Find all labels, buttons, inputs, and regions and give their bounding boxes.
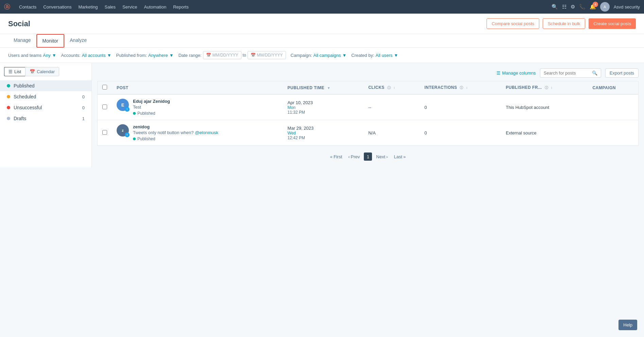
sidebar: ☰ List 📅 Calendar Published Scheduled 0 bbox=[0, 63, 92, 167]
nav-marketing[interactable]: Marketing bbox=[75, 0, 101, 14]
tab-manage[interactable]: Manage bbox=[8, 34, 36, 47]
published-from-label: PUBLISHED FR... bbox=[506, 85, 542, 90]
row1-status: Published bbox=[133, 111, 278, 116]
created-by-chevron[interactable]: ▼ bbox=[394, 53, 398, 58]
nav-reports[interactable]: Reports bbox=[170, 0, 192, 14]
unsuccessful-label: Unsuccessful bbox=[14, 105, 42, 110]
info-icon-clicks: ⓘ bbox=[387, 86, 391, 90]
last-page-button[interactable]: Last » bbox=[392, 153, 408, 161]
calendar-view-label: Calendar bbox=[37, 69, 55, 74]
phone-icon[interactable]: 📞 bbox=[579, 4, 586, 10]
campaign-header: CAMPAIGN bbox=[588, 81, 638, 95]
settings-icon[interactable]: ⚙ bbox=[571, 4, 575, 10]
row1-checkbox[interactable] bbox=[102, 105, 107, 109]
row1-platform-badge: T bbox=[125, 107, 130, 112]
row1-author[interactable]: Eduj ajar Zenidog bbox=[133, 99, 278, 104]
sidebar-item-scheduled[interactable]: Scheduled 0 bbox=[0, 91, 91, 102]
row1-text: Test bbox=[133, 105, 278, 110]
row2-interactions-cell: 0 bbox=[420, 120, 501, 146]
columns-icon: ☰ bbox=[496, 70, 501, 76]
interactions-header[interactable]: INTERACTIONS ⓘ ↕ bbox=[420, 81, 501, 95]
date-from-input[interactable]: 📅 MM/DD/YYYY bbox=[203, 51, 241, 59]
filter-created-by: Created by: All users ▼ bbox=[351, 53, 398, 58]
row2-date-main: Mar 29, 2023 bbox=[288, 126, 359, 131]
tab-monitor[interactable]: Monitor bbox=[36, 34, 65, 48]
row2-date-time: 12:42 PM bbox=[288, 135, 359, 140]
manage-columns-button[interactable]: ☰ Manage columns bbox=[496, 70, 536, 76]
tabs-row: Manage Monitor Analyze bbox=[0, 34, 644, 48]
nav-conversations[interactable]: Conversations bbox=[40, 0, 75, 14]
nav-service[interactable]: Service bbox=[119, 0, 140, 14]
marketplace-icon[interactable]: ☷ bbox=[562, 4, 566, 10]
hubspot-logo[interactable]: ⓐ bbox=[4, 3, 10, 11]
page-header: Social Compare social posts Schedule in … bbox=[0, 14, 644, 34]
search-icon[interactable]: 🔍 bbox=[552, 4, 558, 10]
nav-automation[interactable]: Automation bbox=[140, 0, 170, 14]
drafts-count: 1 bbox=[82, 116, 85, 121]
accounts-value[interactable]: All accounts bbox=[82, 53, 106, 58]
row2-checkbox[interactable] bbox=[102, 130, 107, 135]
user-name[interactable]: Asvd security bbox=[614, 4, 640, 10]
last-page-label: Last bbox=[394, 154, 402, 159]
published-from-chevron[interactable]: ▼ bbox=[169, 53, 174, 58]
post-header: POST bbox=[112, 81, 283, 95]
manage-columns-label: Manage columns bbox=[502, 70, 536, 76]
users-teams-value[interactable]: Any bbox=[43, 53, 50, 58]
created-by-value[interactable]: All users bbox=[376, 53, 393, 58]
export-posts-button[interactable]: Export posts bbox=[605, 68, 639, 78]
campaign-chevron[interactable]: ▼ bbox=[342, 53, 346, 58]
next-page-icon: › bbox=[386, 154, 388, 159]
published-time-header[interactable]: PUBLISHED TIME ▼ bbox=[283, 81, 364, 95]
clicks-header[interactable]: CLICKS ⓘ ↕ bbox=[363, 81, 420, 95]
next-page-button[interactable]: Next › bbox=[374, 153, 390, 161]
search-box: 🔍 bbox=[540, 68, 601, 78]
create-social-posts-button[interactable]: Create social posts bbox=[589, 18, 636, 29]
search-input[interactable] bbox=[544, 70, 590, 76]
row1-checkbox-cell bbox=[98, 94, 112, 120]
schedule-in-bulk-button[interactable]: Schedule in bulk bbox=[543, 18, 585, 29]
header-actions: Compare social posts Schedule in bulk Cr… bbox=[487, 18, 636, 29]
row2-text-main: Tweets only notif button when? bbox=[133, 130, 195, 135]
scheduled-label: Scheduled bbox=[14, 94, 36, 99]
row2-time-cell: Mar 29, 2023 Wed 12:42 PM bbox=[283, 120, 364, 146]
first-page-button[interactable]: « First bbox=[328, 153, 344, 161]
prev-page-button[interactable]: ‹ Prev bbox=[346, 153, 362, 161]
filter-accounts: Accounts: All accounts ▼ bbox=[61, 53, 112, 58]
date-range-label: Date range: bbox=[179, 53, 202, 58]
avatar[interactable]: A bbox=[600, 2, 610, 12]
row2-author[interactable]: zenidog bbox=[133, 124, 278, 129]
date-to-input[interactable]: 📅 MM/DD/YYYY bbox=[248, 51, 286, 59]
nav-items: Contacts Conversations Marketing Sales S… bbox=[16, 0, 192, 14]
content-area: ☰ List 📅 Calendar Published Scheduled 0 bbox=[0, 63, 644, 167]
unsuccessful-dot bbox=[7, 106, 10, 109]
select-all-checkbox[interactable] bbox=[102, 85, 107, 90]
row2-mention[interactable]: @elonmusk bbox=[195, 130, 218, 135]
sidebar-item-published[interactable]: Published bbox=[0, 80, 91, 91]
row2-text: Tweets only notif button when? @elonmusk bbox=[133, 130, 278, 135]
notification-badge: 4 bbox=[593, 2, 598, 7]
table-row: z T zenidog Tweets only notif button whe… bbox=[98, 120, 639, 146]
published-from-header[interactable]: PUBLISHED FR... ⓘ ↕ bbox=[501, 81, 588, 95]
date-to-value: MM/DD/YYYY bbox=[257, 53, 283, 58]
tab-analyze[interactable]: Analyze bbox=[64, 34, 92, 47]
list-icon: ☰ bbox=[9, 69, 13, 74]
next-page-label: Next bbox=[376, 154, 385, 159]
users-teams-chevron[interactable]: ▼ bbox=[52, 53, 56, 58]
row1-date-day: Mon bbox=[288, 105, 359, 110]
list-view-button[interactable]: ☰ List bbox=[4, 67, 25, 76]
sidebar-item-drafts[interactable]: Drafts 1 bbox=[0, 113, 91, 124]
pagination: « First ‹ Prev 1 Next › Last » bbox=[97, 146, 639, 167]
nav-sales[interactable]: Sales bbox=[101, 0, 119, 14]
nav-right: 🔍 ☷ ⚙ 📞 🔔 4 A Asvd security bbox=[552, 2, 640, 12]
calendar-view-button[interactable]: 📅 Calendar bbox=[25, 67, 59, 76]
row2-date-day: Wed bbox=[288, 131, 359, 135]
search-icon[interactable]: 🔍 bbox=[592, 70, 597, 76]
sidebar-item-unsuccessful[interactable]: Unsuccessful 0 bbox=[0, 102, 91, 113]
nav-contacts[interactable]: Contacts bbox=[16, 0, 40, 14]
campaign-value[interactable]: All campaigns bbox=[313, 53, 341, 58]
notification-icon[interactable]: 🔔 4 bbox=[590, 4, 596, 10]
campaign-label: CAMPAIGN bbox=[592, 85, 615, 90]
published-from-value[interactable]: Anywhere bbox=[148, 53, 168, 58]
accounts-chevron[interactable]: ▼ bbox=[107, 53, 112, 58]
compare-social-posts-button[interactable]: Compare social posts bbox=[487, 18, 539, 29]
